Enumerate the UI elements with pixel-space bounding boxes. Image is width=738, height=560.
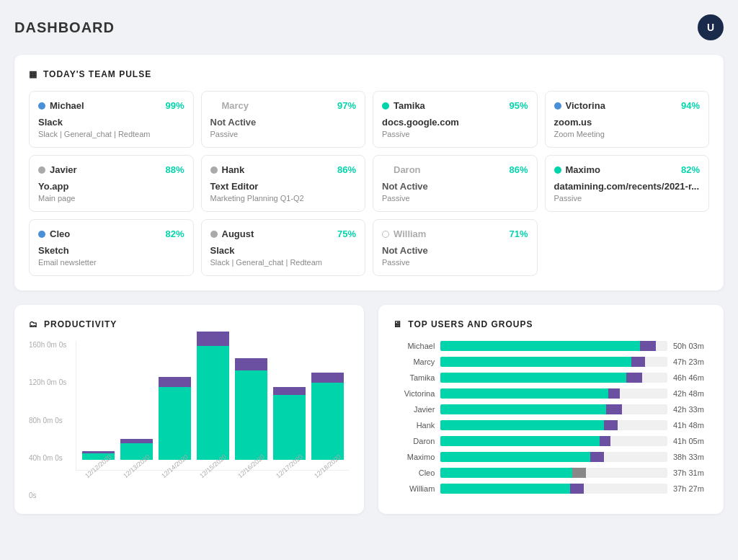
- member-percent: 71%: [509, 228, 528, 239]
- bar-purple-segment: [631, 357, 645, 367]
- pulse-item-header: Victorina 94%: [554, 100, 701, 111]
- pulse-item-header: Maximo 82%: [554, 164, 701, 175]
- top-user-name: Maximo: [393, 453, 435, 461]
- status-dot: [382, 166, 389, 174]
- top-user-row: Cleo 37h 31m: [393, 468, 709, 478]
- status-dot: [38, 166, 45, 174]
- status-dot: [382, 102, 389, 110]
- pulse-item-header: Javier 88%: [38, 164, 184, 175]
- bar-purple-segment: [600, 436, 611, 446]
- member-name: Maximo: [554, 164, 600, 175]
- top-user-bar: [440, 341, 667, 351]
- top-user-name: Hank: [393, 421, 435, 430]
- pulse-item-header: William 71%: [382, 228, 528, 239]
- y-axis-label: 80h 0m 0s: [29, 417, 72, 425]
- top-user-name: Marcy: [393, 357, 435, 366]
- member-detail: Passive: [554, 194, 701, 203]
- bar-teal-segment: [440, 404, 606, 414]
- pulse-item-header: Tamika 95%: [382, 100, 528, 111]
- bar-purple: [311, 373, 344, 383]
- top-user-bar: [440, 373, 667, 383]
- top-user-name: Javier: [393, 405, 435, 414]
- top-user-name: Victorina: [393, 389, 435, 398]
- status-dot: [38, 102, 45, 110]
- bar-teal: [235, 370, 267, 460]
- top-user-name: Daron: [393, 437, 435, 445]
- member-detail: Email newsletter: [38, 258, 184, 267]
- member-app: Yo.app: [38, 181, 184, 192]
- member-detail: Passive: [382, 194, 528, 203]
- status-dot: [210, 166, 218, 174]
- chart-bar-group: 12/15/2020: [197, 332, 229, 470]
- pulse-item: Daron 86% Not Active Passive: [373, 155, 538, 212]
- bar-teal: [273, 395, 306, 460]
- bar-purple-segment: [608, 388, 620, 399]
- productivity-icon: 🗂: [29, 319, 38, 329]
- bar-purple-segment: [570, 484, 584, 494]
- bar-teal: [197, 346, 229, 460]
- pulse-item: Cleo 82% Sketch Email newsletter: [29, 219, 194, 276]
- top-user-bar: [440, 436, 667, 446]
- top-user-bar: [440, 388, 667, 399]
- bar-teal-segment: [440, 357, 631, 367]
- pulse-item-header: Cleo 82%: [38, 228, 184, 239]
- member-app: Slack: [38, 117, 184, 128]
- top-user-row: Daron 41h 05m: [393, 436, 709, 446]
- member-detail: Main page: [38, 194, 184, 203]
- chart-bar-group: 12/16/2020: [235, 358, 267, 470]
- pulse-item: Hank 86% Text Editor Marketing Planning …: [201, 155, 366, 212]
- y-axis-label: 40h 0m 0s: [29, 454, 72, 462]
- bar-teal-segment: [440, 452, 590, 462]
- status-dot: [38, 231, 45, 238]
- top-user-time: 42h 48m: [673, 389, 709, 398]
- top-user-bar: [440, 404, 667, 414]
- bar-purple-segment: [640, 341, 656, 351]
- member-detail: Passive: [210, 130, 357, 138]
- member-name: Cleo: [38, 228, 70, 239]
- top-user-name: Tamika: [393, 373, 435, 382]
- member-app: Not Active: [382, 245, 528, 256]
- member-name: Marcy: [210, 100, 249, 111]
- chart-bar-group: 12/14/2020: [159, 377, 191, 470]
- bar-teal-segment: [440, 436, 599, 446]
- productivity-card: 🗂 PRODUCTIVITY 160h 0m 0s120h 0m 0s80h 0…: [14, 305, 364, 514]
- bar-stack: [197, 332, 229, 460]
- member-percent: 82%: [681, 164, 700, 175]
- bar-stack: [273, 387, 306, 460]
- pulse-item-header: Hank 86%: [210, 164, 357, 175]
- top-user-row: Hank 41h 48m: [393, 420, 709, 430]
- top-user-row: Maximo 38h 33m: [393, 452, 709, 462]
- bar-purple-segment: [590, 452, 604, 462]
- top-user-time: 41h 48m: [673, 421, 709, 430]
- member-name: Michael: [38, 100, 84, 111]
- member-name: Javier: [38, 164, 77, 175]
- chart-bar-group: 12/17/2020: [273, 387, 306, 470]
- top-user-time: 50h 03m: [673, 342, 709, 350]
- top-user-row: Javier 42h 33m: [393, 404, 709, 414]
- bar-teal-segment: [440, 341, 640, 351]
- member-name: Tamika: [382, 100, 425, 111]
- chart-bars: 12/12/2020 12/13/2020 12/14/2020 12/15/2…: [76, 341, 350, 471]
- member-percent: 86%: [337, 164, 356, 175]
- pulse-grid: Michael 99% Slack Slack | General_chat |…: [29, 91, 709, 276]
- status-dot: [210, 231, 218, 238]
- top-user-bar: [440, 484, 667, 494]
- avatar[interactable]: U: [698, 14, 724, 40]
- bar-teal-segment: [440, 484, 569, 494]
- pulse-item-header: Michael 99%: [38, 100, 184, 111]
- pulse-item: Javier 88% Yo.app Main page: [29, 155, 194, 212]
- team-pulse-card: ▦ TODAY'S TEAM PULSE Michael 99% Slack S…: [14, 55, 724, 290]
- member-percent: 97%: [337, 100, 356, 111]
- top-user-row: Tamika 46h 46m: [393, 373, 709, 383]
- member-app: docs.google.com: [382, 117, 528, 128]
- member-name: August: [210, 228, 254, 239]
- member-detail: Slack | General_chat | Redteam: [38, 130, 184, 138]
- bar-stack: [159, 377, 191, 460]
- pulse-item: Marcy 97% Not Active Passive: [201, 91, 366, 148]
- member-percent: 88%: [165, 164, 184, 175]
- bar-gray-segment: [572, 468, 586, 478]
- member-name: Victorina: [554, 100, 605, 111]
- member-percent: 95%: [509, 100, 528, 111]
- pulse-item: Maximo 82% datamining.com/recents/2021-r…: [545, 155, 710, 212]
- member-percent: 86%: [509, 164, 528, 175]
